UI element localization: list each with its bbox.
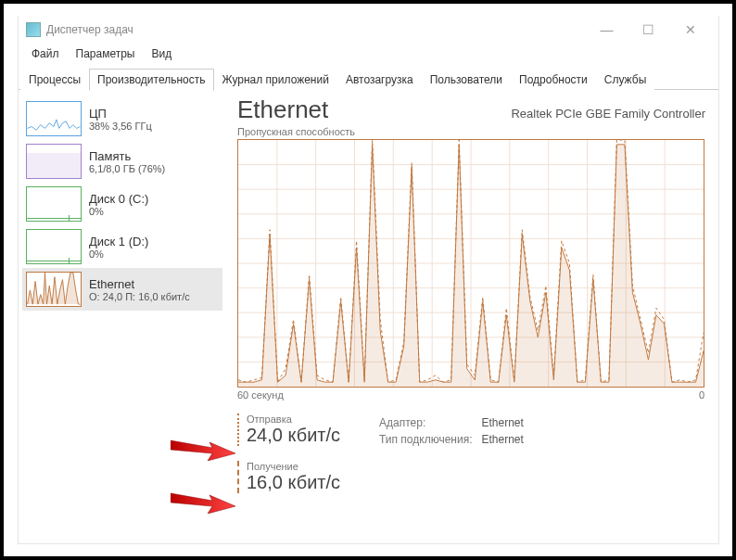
main-panel: Ethernet Realtek PCIe GBE Family Control…: [222, 90, 718, 541]
disk0-sub: 0%: [89, 206, 148, 217]
sidebar: ЦП 38% 3,56 ГГц Память 6,1/8,0 ГБ (76%) …: [19, 90, 222, 541]
memory-sub: 6,1/8,0 ГБ (76%): [89, 163, 165, 174]
titlebar: Диспетчер задач ― ☐ ✕: [19, 16, 718, 44]
tab-bar: Процессы Производительность Журнал прило…: [19, 64, 718, 90]
cpu-thumbnail: [26, 101, 82, 136]
tab-processes[interactable]: Процессы: [20, 69, 89, 91]
cpu-sub: 38% 3,56 ГГц: [89, 121, 152, 132]
cpu-title: ЦП: [89, 107, 152, 121]
menu-file[interactable]: Файл: [24, 45, 67, 62]
tab-performance[interactable]: Производительность: [89, 69, 213, 91]
conn-type-value: Ethernet: [481, 432, 530, 447]
tab-services[interactable]: Службы: [596, 69, 654, 91]
tab-details[interactable]: Подробности: [511, 69, 596, 91]
recv-value: 16,0 кбит/с: [247, 472, 340, 493]
ethernet-thumbnail: [26, 272, 82, 307]
disk0-title: Диск 0 (C:): [89, 192, 148, 206]
chart-title: Пропускная способность: [237, 126, 705, 137]
minimize-button[interactable]: ―: [586, 17, 628, 43]
tab-users[interactable]: Пользователи: [422, 69, 511, 91]
recv-label: Получение: [247, 461, 340, 472]
sidebar-item-memory[interactable]: Память 6,1/8,0 ГБ (76%): [22, 140, 222, 183]
disk0-thumbnail: [26, 186, 82, 222]
maximize-button[interactable]: ☐: [628, 17, 669, 43]
adapter-name: Realtek PCIe GBE Family Controller: [511, 107, 705, 121]
ethernet-sub: О: 24,0 П: 16,0 кбит/с: [89, 291, 190, 302]
adapter-value: Ethernet: [481, 415, 530, 430]
sidebar-item-disk1[interactable]: Диск 1 (D:) 0%: [22, 225, 222, 268]
send-stat: Отправка 24,0 кбит/с: [237, 414, 340, 446]
sidebar-item-ethernet[interactable]: Ethernet О: 24,0 П: 16,0 кбит/с: [22, 268, 222, 311]
disk1-thumbnail: [26, 229, 82, 264]
send-label: Отправка: [247, 414, 340, 425]
app-icon: [26, 22, 41, 37]
sidebar-item-disk0[interactable]: Диск 0 (C:) 0%: [22, 183, 222, 225]
conn-type-label: Тип подключения:: [379, 432, 479, 447]
tab-startup[interactable]: Автозагрузка: [337, 69, 422, 91]
menubar: Файл Параметры Вид: [19, 44, 718, 64]
disk1-title: Диск 1 (D:): [89, 235, 148, 248]
memory-title: Память: [89, 149, 165, 163]
disk1-sub: 0%: [89, 248, 148, 260]
window-title: Диспетчер задач: [46, 23, 586, 36]
xaxis-left: 60 секунд: [237, 389, 284, 401]
task-manager-window: Диспетчер задач ― ☐ ✕ Файл Параметры Вид…: [18, 16, 719, 544]
sidebar-item-cpu[interactable]: ЦП 38% 3,56 ГГц: [22, 97, 222, 140]
tab-apphistory[interactable]: Журнал приложений: [214, 69, 337, 91]
close-button[interactable]: ✕: [669, 17, 711, 43]
adapter-label: Адаптер:: [379, 415, 479, 430]
ethernet-title: Ethernet: [89, 277, 190, 291]
xaxis-right: 0: [699, 389, 704, 401]
recv-stat: Получение 16,0 кбит/с: [237, 461, 340, 493]
memory-thumbnail: [26, 144, 82, 179]
send-value: 24,0 кбит/с: [247, 425, 340, 446]
page-title: Ethernet: [237, 95, 328, 124]
menu-view[interactable]: Вид: [144, 45, 179, 62]
connection-info: Адаптер:Ethernet Тип подключения:Etherne…: [377, 414, 533, 449]
menu-options[interactable]: Параметры: [69, 45, 143, 62]
throughput-chart: [237, 139, 704, 388]
